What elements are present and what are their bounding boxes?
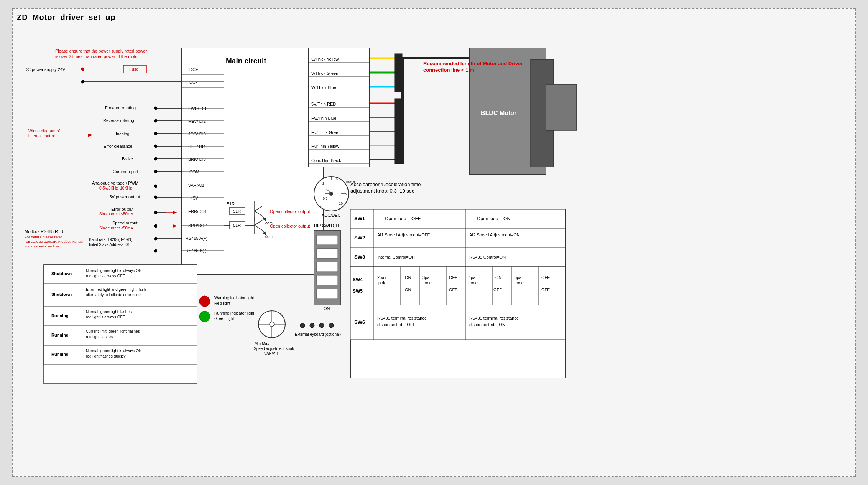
svg-text:ON: ON xyxy=(495,275,502,280)
svg-text:Open loop = OFF: Open loop = OFF xyxy=(385,216,421,221)
svg-text:ERR/DO1: ERR/DO1 xyxy=(188,209,207,214)
svg-rect-215 xyxy=(511,267,538,305)
svg-text:Baud rate: 19200(8+1+N): Baud rate: 19200(8+1+N) xyxy=(89,238,132,242)
svg-text:+5V power output: +5V power output xyxy=(107,195,140,199)
svg-rect-186 xyxy=(465,228,565,247)
svg-text:ON: ON xyxy=(405,275,411,280)
svg-text:Inching: Inching xyxy=(116,132,129,136)
svg-text:in datasheets section: in datasheets section xyxy=(25,244,59,248)
svg-point-264 xyxy=(270,322,274,327)
svg-text:Shutdown: Shutdown xyxy=(51,271,72,276)
svg-text:DC+: DC+ xyxy=(189,67,198,72)
svg-text:Hw/Thin Blue: Hw/Thin Blue xyxy=(311,116,336,120)
svg-text:Wiring diagram of: Wiring diagram of xyxy=(28,129,60,133)
svg-text:2: 2 xyxy=(322,181,324,185)
svg-point-269 xyxy=(310,323,314,328)
svg-text:disconnected = OFF: disconnected = OFF xyxy=(377,322,416,327)
svg-text:Error: red light and green lig: Error: red light and green light flash xyxy=(86,287,146,292)
svg-point-45 xyxy=(154,107,157,110)
svg-rect-206 xyxy=(446,267,465,305)
svg-text:4pair: 4pair xyxy=(469,275,478,280)
svg-text:red light flashes: red light flashes xyxy=(86,335,113,339)
svg-text:OFF: OFF xyxy=(541,275,550,280)
svg-rect-184 xyxy=(373,228,465,247)
svg-text:Analogue voltage / PWM: Analogue voltage / PWM xyxy=(92,181,138,185)
svg-rect-209 xyxy=(465,267,492,305)
svg-point-255 xyxy=(199,296,210,307)
svg-text:Shutdown: Shutdown xyxy=(51,292,72,297)
svg-text:5V/Thin RED: 5V/Thin RED xyxy=(311,102,336,106)
svg-text:red light is always OFF: red light is always OFF xyxy=(86,274,125,278)
svg-point-63 xyxy=(154,170,157,173)
svg-text:SW1: SW1 xyxy=(354,216,365,221)
svg-point-67 xyxy=(154,185,157,188)
svg-text:External eyboard (optional): External eyboard (optional) xyxy=(295,332,341,337)
svg-text:pole: pole xyxy=(378,280,386,285)
svg-text:"ZBLD.C20-120L2R Product Manua: "ZBLD.C20-120L2R Product Manual" xyxy=(25,239,85,244)
svg-rect-212 xyxy=(492,267,511,305)
svg-text:Initial Slave Address: 01: Initial Slave Address: 01 xyxy=(89,242,130,247)
svg-rect-170 xyxy=(317,249,338,258)
svg-rect-173 xyxy=(317,289,338,299)
svg-text:Com/Thin Black: Com/Thin Black xyxy=(311,158,341,163)
svg-point-270 xyxy=(319,323,324,328)
svg-text:red light flashes quickly: red light flashes quickly xyxy=(86,354,125,358)
svg-text:For details please refer: For details please refer xyxy=(25,235,62,239)
svg-text:OFF: OFF xyxy=(449,275,457,280)
svg-text:Green light: Green light xyxy=(214,316,234,321)
svg-point-70 xyxy=(154,196,157,199)
svg-text:ON: ON xyxy=(405,287,411,292)
svg-text:Accelearation/Deceleration tim: Accelearation/Deceleration time xyxy=(350,181,421,187)
circuit-diagram: Please ensure that the power supply rate… xyxy=(17,25,853,466)
svg-text:RS485 Control=ON: RS485 Control=ON xyxy=(469,255,506,259)
svg-text:DIP SWITCH: DIP SWITCH xyxy=(314,223,339,228)
svg-text:10: 10 xyxy=(339,201,343,205)
svg-point-88 xyxy=(154,237,157,240)
svg-text:adjustment knob: 0.3~10 sec: adjustment knob: 0.3~10 sec xyxy=(350,188,414,194)
svg-point-48 xyxy=(154,119,157,122)
svg-text:RS485 B(-): RS485 B(-) xyxy=(186,248,207,253)
svg-text:ON: ON xyxy=(324,306,330,311)
svg-text:com: com xyxy=(265,234,273,239)
svg-text:Recommended length of Motor an: Recommended length of Motor and Driver xyxy=(423,61,523,66)
svg-text:8: 8 xyxy=(345,192,347,196)
svg-text:Brake: Brake xyxy=(122,157,133,161)
svg-text:W/Thick Blue: W/Thick Blue xyxy=(311,85,336,90)
svg-text:Main circuit: Main circuit xyxy=(226,57,266,65)
svg-text:Error output: Error output xyxy=(111,207,133,211)
svg-text:Sink current <50mA: Sink current <50mA xyxy=(99,212,133,216)
svg-text:pole: pole xyxy=(516,280,524,285)
svg-text:0-5V/3KHz~10KHz: 0-5V/3KHz~10KHz xyxy=(99,186,132,190)
svg-text:0.3: 0.3 xyxy=(323,196,328,200)
svg-text:Running: Running xyxy=(51,313,69,318)
svg-text:Open collector output: Open collector output xyxy=(270,224,310,228)
svg-text:COM: COM xyxy=(189,170,199,174)
svg-text:disconnected = ON: disconnected = ON xyxy=(469,322,505,327)
svg-text:internal control: internal control xyxy=(28,134,55,138)
svg-text:Common port: Common port xyxy=(113,169,138,174)
svg-text:SW3: SW3 xyxy=(354,254,365,260)
svg-point-90 xyxy=(154,249,157,252)
svg-text:RS485 terminal resistance: RS485 terminal resistance xyxy=(469,316,519,320)
svg-text:connection line < 1 m: connection line < 1 m xyxy=(423,67,474,73)
main-container: ZD_Motor_driver_set_up Please ensure tha… xyxy=(12,8,856,477)
svg-text:Hu/Thin Yellow: Hu/Thin Yellow xyxy=(311,144,339,148)
svg-point-268 xyxy=(300,323,305,328)
svg-rect-169 xyxy=(317,235,338,245)
svg-text:FWD/ DI1: FWD/ DI1 xyxy=(188,106,207,111)
svg-text:BLDC Motor: BLDC Motor xyxy=(481,110,516,116)
svg-text:red light is always OFF: red light is always OFF xyxy=(86,315,125,319)
svg-text:5pair: 5pair xyxy=(515,275,524,280)
svg-text:SW2: SW2 xyxy=(354,235,365,241)
svg-point-54 xyxy=(154,132,157,135)
svg-text:VAR/AI2: VAR/AI2 xyxy=(188,183,204,188)
svg-text:Normal: green light is always : Normal: green light is always ON xyxy=(86,349,142,353)
svg-text:BRK/ DI5: BRK/ DI5 xyxy=(188,157,206,162)
svg-text:is over 2 times than rated pow: is over 2 times than rated power of the … xyxy=(55,54,139,59)
svg-text:REV/ DI2: REV/ DI2 xyxy=(188,119,206,124)
svg-rect-203 xyxy=(419,267,446,305)
svg-text:Open loop = ON: Open loop = ON xyxy=(477,216,510,221)
svg-text:Speed adjustment knob: Speed adjustment knob xyxy=(254,346,294,351)
svg-text:pole: pole xyxy=(424,280,432,285)
svg-text:Fuse: Fuse xyxy=(129,67,138,71)
